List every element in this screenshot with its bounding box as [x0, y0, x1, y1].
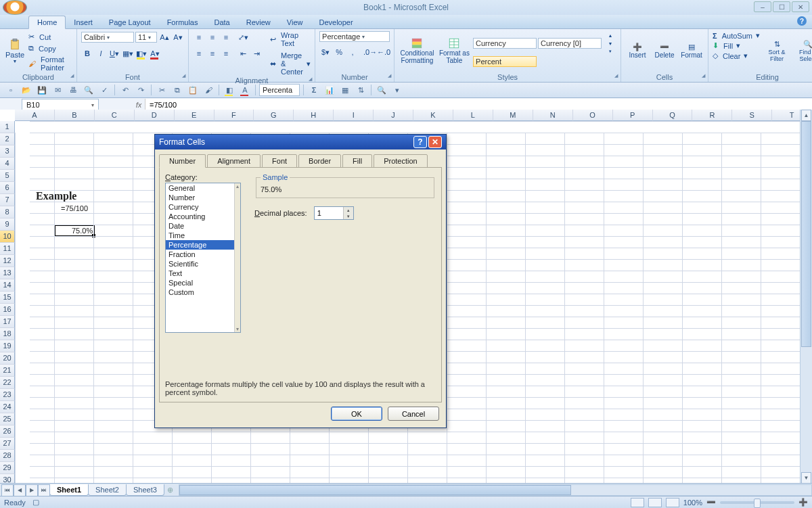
tab-home[interactable]: Home [28, 16, 66, 29]
dialog-tab-number[interactable]: Number [159, 154, 206, 168]
qat-spell[interactable]: ✓ [97, 83, 111, 97]
bold-button[interactable]: B [81, 47, 93, 60]
listbox-scrollbar[interactable] [234, 183, 240, 332]
insert-sheet-icon[interactable]: ⊕ [167, 486, 173, 494]
col-head[interactable]: F [215, 110, 254, 121]
col-head[interactable]: M [493, 110, 533, 121]
row-head[interactable]: 16 [0, 304, 15, 316]
qat-copy[interactable]: ⧉ [171, 83, 184, 97]
col-head[interactable]: D [135, 110, 175, 121]
qat-sort[interactable]: ⇅ [354, 83, 367, 97]
help-icon[interactable]: ? [797, 16, 807, 26]
clear-button[interactable]: ◇ Clear ▾ [713, 51, 760, 60]
qat-preview[interactable]: 🔍 [82, 83, 95, 97]
row-head[interactable]: 6 [0, 182, 15, 194]
fill-button[interactable]: ⬇ Fill ▾ [713, 41, 760, 50]
qat-fontcolor[interactable]: A [238, 83, 252, 97]
zoom-in-button[interactable]: ➕ [798, 498, 808, 507]
font-color-button[interactable]: A▾ [149, 47, 161, 60]
row-head[interactable]: 19 [0, 340, 15, 352]
row-head[interactable]: 4 [0, 158, 15, 170]
category-item[interactable]: Accounting [166, 212, 240, 221]
italic-button[interactable]: I [95, 47, 107, 60]
sheet-nav-next[interactable]: ▶ [26, 484, 38, 497]
row-head[interactable]: 15 [0, 292, 15, 304]
increase-decimal-button[interactable]: .0→ [364, 46, 376, 58]
tab-view[interactable]: View [279, 16, 311, 28]
border-button[interactable]: ▦▾ [122, 47, 134, 60]
align-bottom-button[interactable]: ≡ [220, 31, 232, 43]
col-head[interactable]: S [732, 110, 772, 121]
col-head[interactable]: J [374, 110, 413, 121]
row-head[interactable]: 10 [0, 231, 15, 243]
view-layout-button[interactable] [648, 498, 662, 507]
format-as-table-button[interactable]: Format as Table [438, 31, 470, 70]
category-item[interactable]: Fraction [166, 250, 240, 259]
align-center-button[interactable]: ≡ [206, 47, 219, 60]
qat-print[interactable]: 🖶 [66, 83, 80, 97]
fill-color-button[interactable]: ◧▾ [135, 47, 148, 60]
row-head[interactable]: 27 [0, 438, 15, 450]
copy-button[interactable]: ⧉ Copy [28, 44, 72, 53]
zoom-out-button[interactable]: ➖ [706, 498, 716, 507]
category-listbox[interactable]: GeneralNumberCurrencyAccountingDateTimeP… [165, 183, 241, 333]
percent-format-button[interactable]: % [333, 46, 345, 58]
paste-button[interactable]: Paste ▼ [4, 31, 26, 70]
align-right-button[interactable]: ≡ [220, 47, 232, 60]
qat-more[interactable]: ▾ [390, 83, 404, 97]
col-head[interactable]: Q [653, 110, 693, 121]
qat-new[interactable]: ▫ [4, 83, 18, 97]
qat-paste[interactable]: 📋 [186, 83, 200, 97]
row-head[interactable]: 23 [0, 389, 15, 401]
cut-button[interactable]: ✂ Cut [28, 32, 72, 41]
ok-button[interactable]: OK [331, 407, 382, 421]
format-cells-button[interactable]: ▤Format [679, 31, 704, 70]
row-head[interactable]: 7 [0, 194, 15, 206]
category-item[interactable]: Text [166, 269, 240, 278]
office-button[interactable] [3, 0, 27, 15]
row-head[interactable]: 9 [0, 218, 15, 231]
tab-data[interactable]: Data [206, 16, 238, 28]
sheet-nav-first[interactable]: ⏮ [1, 484, 14, 497]
tab-review[interactable]: Review [238, 16, 279, 28]
row-head[interactable]: 26 [0, 425, 15, 438]
col-head[interactable]: E [175, 110, 215, 121]
delete-cells-button[interactable]: ➖Delete [652, 31, 677, 70]
dialog-tab-font[interactable]: Font [262, 154, 297, 168]
dialog-tab-protection[interactable]: Protection [374, 154, 428, 168]
category-item[interactable]: Custom [166, 287, 240, 297]
align-top-button[interactable]: ≡ [193, 31, 205, 43]
category-item[interactable]: Date [166, 221, 240, 231]
row-head[interactable]: 25 [0, 413, 15, 425]
row-head[interactable]: 24 [0, 401, 15, 413]
close-button[interactable]: ✕ [792, 1, 809, 12]
tab-formulas[interactable]: Formulas [159, 16, 206, 28]
row-head[interactable]: 11 [0, 243, 15, 255]
tab-insert[interactable]: Insert [66, 16, 101, 28]
dialog-tab-alignment[interactable]: Alignment [207, 154, 261, 168]
qat-fillcolor[interactable]: ◧ [223, 83, 236, 97]
zoom-slider[interactable] [720, 501, 794, 504]
row-head[interactable]: 28 [0, 450, 15, 462]
decrease-decimal-button[interactable]: ←.0 [378, 46, 390, 58]
spin-up[interactable]: ▲ [344, 207, 353, 213]
row-head[interactable]: 5 [0, 170, 15, 182]
underline-button[interactable]: U▾ [108, 47, 120, 60]
macro-record-icon[interactable]: ▢ [32, 498, 39, 507]
dialog-help-button[interactable]: ? [413, 136, 427, 148]
category-item[interactable]: Number [166, 193, 240, 202]
view-normal-button[interactable] [631, 498, 644, 507]
decimal-places-spinner[interactable]: ▲▼ [314, 206, 354, 220]
style-currency0[interactable]: Currency [0] [538, 38, 602, 49]
orientation-button[interactable]: ⤢▾ [238, 31, 250, 43]
qat-open[interactable]: 📂 [20, 83, 33, 97]
view-pagebreak-button[interactable] [666, 498, 679, 507]
col-head[interactable]: I [334, 110, 374, 121]
align-middle-button[interactable]: ≡ [206, 31, 219, 43]
col-head[interactable]: B [55, 110, 95, 121]
decrease-indent-button[interactable]: ⇤ [238, 47, 250, 60]
qat-pivot[interactable]: ▦ [338, 83, 352, 97]
vertical-scrollbar[interactable]: ▲ ▼ [800, 110, 812, 484]
row-head[interactable]: 14 [0, 279, 15, 292]
spin-down[interactable]: ▼ [344, 213, 353, 219]
